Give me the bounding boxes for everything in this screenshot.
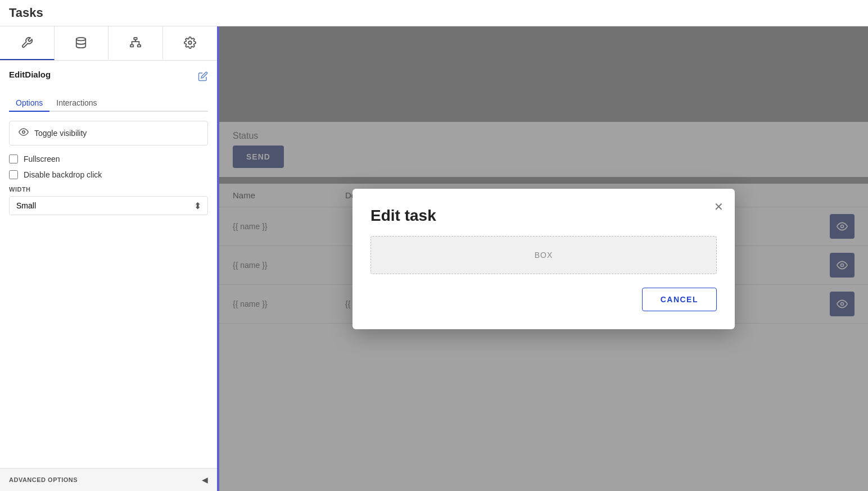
tab-icon-tools[interactable] [0, 26, 55, 60]
cancel-button[interactable]: CANCEL [642, 288, 717, 311]
eye-icon [19, 127, 29, 139]
modal-box: BOX [370, 236, 717, 274]
content-area: Status SEND Name Description Status {{ n… [219, 26, 868, 491]
sidebar: EditDialog Options Interactions Toggle v… [0, 26, 219, 491]
modal-box-label: BOX [535, 251, 553, 260]
svg-rect-3 [137, 45, 141, 47]
modal-overlay[interactable]: Edit task ✕ BOX CANCEL [219, 26, 868, 491]
fullscreen-label: Fullscreen [24, 154, 60, 163]
svg-rect-1 [134, 38, 137, 40]
tab-interactions[interactable]: Interactions [49, 95, 103, 111]
tab-options[interactable]: Options [9, 95, 49, 112]
svg-point-5 [22, 131, 25, 134]
width-select-wrapper: Small Medium Large ⬍ [9, 196, 208, 215]
sidebar-body: EditDialog Options Interactions Toggle v… [0, 61, 217, 468]
advanced-options-label: ADVANCED OPTIONS [9, 476, 78, 483]
options-interactions-tabs: Options Interactions [9, 95, 208, 112]
toggle-visibility-label: Toggle visibility [34, 129, 87, 138]
page-title: Tasks [9, 6, 43, 20]
width-label: WIDTH [9, 186, 208, 193]
edit-task-modal: Edit task ✕ BOX CANCEL [352, 189, 735, 329]
width-select[interactable]: Small Medium Large [9, 196, 208, 215]
modal-footer: CANCEL [370, 288, 717, 311]
disable-backdrop-checkbox-row: Disable backdrop click [9, 170, 208, 179]
svg-point-0 [76, 38, 86, 41]
close-icon: ✕ [714, 201, 724, 213]
modal-close-button[interactable]: ✕ [714, 200, 724, 213]
sidebar-icon-tabs [0, 26, 217, 61]
app-container: Tasks Edit [0, 0, 868, 491]
tab-icon-settings[interactable] [163, 26, 217, 60]
sidebar-section-title: EditDialog [9, 70, 51, 79]
top-bar: Tasks [0, 0, 868, 26]
disable-backdrop-checkbox[interactable] [9, 170, 18, 179]
tab-icon-hierarchy[interactable] [108, 26, 163, 60]
advanced-options-section[interactable]: ADVANCED OPTIONS ◀ [0, 468, 217, 491]
fullscreen-checkbox[interactable] [9, 154, 18, 163]
advanced-options-arrow-icon: ◀ [202, 475, 208, 484]
svg-rect-2 [130, 45, 134, 47]
svg-point-4 [188, 41, 192, 44]
fullscreen-checkbox-row: Fullscreen [9, 154, 208, 163]
main-area: EditDialog Options Interactions Toggle v… [0, 26, 868, 491]
tab-icon-database[interactable] [55, 26, 109, 60]
disable-backdrop-label: Disable backdrop click [24, 170, 102, 179]
toggle-visibility-button[interactable]: Toggle visibility [9, 121, 208, 146]
modal-title: Edit task [370, 207, 717, 225]
edit-icon-button[interactable] [198, 71, 208, 84]
